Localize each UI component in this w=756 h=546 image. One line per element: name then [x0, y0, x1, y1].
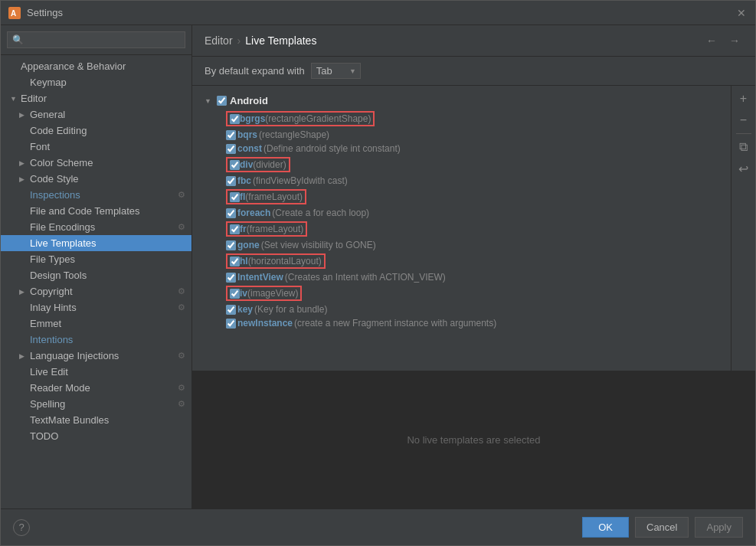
sidebar-item-file-types[interactable]: File Types: [1, 251, 191, 267]
template-row[interactable]: newInstance (create a new Fragment insta…: [192, 316, 731, 330]
sidebar-item-live-edit[interactable]: Live Edit: [1, 364, 191, 380]
template-row-inner: bgrgs (rectangleGradientShape): [226, 111, 718, 126]
sidebar-item-label: Inspections: [30, 189, 80, 201]
template-row[interactable]: foreach (Create a for each loop): [192, 206, 731, 220]
sidebar-item-label: Code Style: [30, 173, 79, 185]
template-row[interactable]: iv (imageView): [192, 284, 731, 302]
sidebar-item-label: TODO: [30, 430, 58, 442]
ok-button[interactable]: OK: [582, 517, 629, 538]
back-button[interactable]: ←: [703, 33, 720, 48]
expand-arrow: ▶: [19, 352, 27, 360]
undo-button[interactable]: ↩: [734, 159, 754, 178]
template-row[interactable]: bqrs (rectangleShape): [192, 128, 731, 142]
template-checkbox-iv[interactable]: [230, 289, 240, 299]
sidebar-item-copyright[interactable]: ▶Copyright⚙: [1, 283, 191, 299]
gear-icon: ⚙: [178, 190, 185, 200]
template-name: hl: [240, 256, 248, 266]
remove-button[interactable]: −: [734, 110, 754, 130]
template-row[interactable]: div (divider): [192, 155, 731, 174]
top-half: ▼ Android bgrgs (rectangleGradientShape)…: [192, 86, 755, 371]
sidebar-item-intentions[interactable]: Intentions: [1, 332, 191, 348]
android-group-checkbox[interactable]: [217, 96, 227, 106]
template-row[interactable]: fbc (findViewByIdwith cast): [192, 174, 731, 188]
close-button[interactable]: ✕: [735, 7, 748, 19]
apply-button[interactable]: Apply: [695, 517, 743, 538]
sidebar-item-spelling[interactable]: Spelling⚙: [1, 396, 191, 412]
sidebar-item-textmate-bundles[interactable]: TextMate Bundles: [1, 412, 191, 428]
template-checkbox-newInstance[interactable]: [226, 319, 236, 329]
template-checkbox-fl[interactable]: [230, 192, 240, 202]
template-row-inner: iv (imageView): [226, 286, 718, 301]
template-row[interactable]: fr (frameLayout): [192, 220, 731, 238]
sidebar-item-label: Live Edit: [30, 366, 68, 378]
template-row-inner: fr (frameLayout): [226, 221, 718, 237]
breadcrumb-separator: ›: [237, 34, 241, 47]
copy-button[interactable]: ⧉: [734, 137, 754, 157]
group-arrow: ▼: [205, 97, 214, 105]
template-row[interactable]: IntentView (Creates an Intent with ACTIO…: [192, 270, 731, 284]
android-group[interactable]: ▼ Android: [192, 92, 731, 110]
sidebar-item-code-style[interactable]: ▶Code Style: [1, 171, 191, 187]
template-row-inner: fl (frameLayout): [226, 189, 718, 204]
expand-select[interactable]: TabSpaceEnter: [311, 63, 361, 79]
template-row[interactable]: gone (Set view visibility to GONE): [192, 238, 731, 252]
toolbar-separator: [736, 133, 751, 134]
template-row[interactable]: hl (horizontalLayout): [192, 252, 731, 270]
gear-icon: ⚙: [178, 383, 185, 393]
breadcrumb-current: Live Templates: [245, 34, 316, 47]
template-checkbox-gone[interactable]: [226, 240, 236, 250]
sidebar-item-language-injections[interactable]: ▶Language Injections⚙: [1, 348, 191, 364]
help-button[interactable]: ?: [13, 519, 30, 536]
template-row-inner: hl (horizontalLayout): [226, 253, 718, 269]
sidebar-item-inspections[interactable]: Inspections⚙: [1, 187, 191, 203]
expand-arrow: ▶: [19, 288, 27, 296]
sidebar-item-design-tools[interactable]: Design Tools: [1, 267, 191, 283]
sidebar-item-file-encodings[interactable]: File Encodings⚙: [1, 219, 191, 235]
sidebar-item-editor[interactable]: ▼Editor: [1, 90, 191, 106]
sidebar-item-todo[interactable]: TODO: [1, 428, 191, 444]
sidebar-tree: Appearance & BehaviorKeymap▼Editor▶Gener…: [1, 55, 191, 508]
add-button[interactable]: +: [734, 89, 754, 109]
template-checkbox-const[interactable]: [226, 144, 236, 154]
forward-button[interactable]: →: [726, 33, 743, 48]
template-row[interactable]: fl (frameLayout): [192, 188, 731, 206]
sidebar-item-code-editing[interactable]: Code Editing: [1, 123, 191, 139]
sidebar-item-general[interactable]: ▶General: [1, 106, 191, 123]
sidebar-item-emmet[interactable]: Emmet: [1, 316, 191, 332]
gear-icon: ⚙: [178, 222, 185, 232]
sidebar-item-file-code-templates[interactable]: File and Code Templates: [1, 203, 191, 219]
template-row[interactable]: bgrgs (rectangleGradientShape): [192, 110, 731, 128]
template-checkbox-foreach[interactable]: [226, 208, 236, 218]
template-checkbox-key[interactable]: [226, 305, 236, 315]
template-checkbox-fbc[interactable]: [226, 176, 236, 186]
sidebar-item-keymap[interactable]: Keymap: [1, 74, 191, 90]
template-row-inner: div (divider): [226, 157, 718, 172]
template-row[interactable]: const (Define android style int constant…: [192, 142, 731, 155]
gear-icon: ⚙: [178, 286, 185, 296]
sidebar-item-label: File Encodings: [30, 221, 95, 233]
template-desc: (findViewByIdwith cast): [253, 175, 348, 186]
template-desc: (create a new Fragment instance with arg…: [294, 318, 496, 329]
search-input[interactable]: [7, 31, 185, 48]
expand-bar: By default expand with TabSpaceEnter: [192, 57, 755, 86]
sidebar-item-live-templates[interactable]: Live Templates: [1, 235, 191, 251]
sidebar: Appearance & BehaviorKeymap▼Editor▶Gener…: [1, 25, 192, 508]
template-row-inner: fbc (findViewByIdwith cast): [226, 175, 718, 186]
cancel-button[interactable]: Cancel: [635, 517, 689, 538]
template-row-inner: newInstance (create a new Fragment insta…: [226, 318, 718, 329]
sidebar-item-inlay-hints[interactable]: Inlay Hints⚙: [1, 299, 191, 316]
template-checkbox-bqrs[interactable]: [226, 130, 236, 140]
template-row[interactable]: key (Key for a bundle): [192, 302, 731, 316]
sidebar-item-appearance[interactable]: Appearance & Behavior: [1, 58, 191, 74]
sidebar-item-label: Spelling: [30, 398, 65, 410]
template-checkbox-bgrgs[interactable]: [230, 114, 240, 124]
template-checkbox-div[interactable]: [230, 160, 240, 170]
sidebar-item-color-scheme[interactable]: ▶Color Scheme: [1, 155, 191, 171]
sidebar-item-label: Language Injections: [30, 350, 119, 361]
sidebar-item-reader-mode[interactable]: Reader Mode⚙: [1, 380, 191, 396]
sidebar-item-font[interactable]: Font: [1, 139, 191, 155]
expand-label: By default expand with: [205, 65, 305, 77]
template-checkbox-hl[interactable]: [230, 257, 240, 266]
template-checkbox-IntentView[interactable]: [226, 273, 236, 283]
template-checkbox-fr[interactable]: [230, 224, 240, 234]
